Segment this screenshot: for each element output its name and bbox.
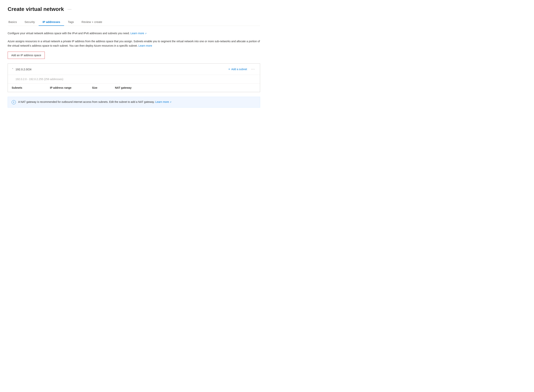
description-block-1: Configure your virtual network address s… (8, 31, 260, 35)
ip-space-header: ⌃ 192.0.2.0/24 + Add a subnet ··· (8, 64, 260, 75)
ip-range-text: 192.0.2.0 - 192.0.2.255 (256 addresses) (8, 75, 260, 84)
ip-address-cidr: 192.0.2.0/24 (15, 68, 31, 71)
add-subnet-button[interactable]: + Add a subnet (228, 67, 247, 72)
subnet-table-header: Subnets IP address range Size NAT gatewa… (8, 84, 260, 92)
tab-tags[interactable]: Tags (64, 18, 78, 26)
col-header-size: Size (92, 86, 115, 89)
info-icon: i (12, 100, 16, 104)
description-text-1: Configure your virtual network address s… (8, 32, 130, 35)
page-title: Create virtual network (8, 6, 64, 12)
ip-space-more-options-button[interactable]: ··· (250, 67, 256, 72)
add-ip-address-space-button[interactable]: Add an IP address space (8, 51, 45, 59)
tab-basics[interactable]: Basics (8, 18, 21, 26)
description-block-2: Azure assigns resources in a virtual net… (8, 39, 260, 48)
nat-info-message: A NAT gateway is recommended for outboun… (18, 100, 155, 103)
ip-space-left: ⌃ 192.0.2.0/24 (12, 68, 31, 71)
chevron-up-icon[interactable]: ⌃ (12, 68, 14, 70)
nat-info-text: A NAT gateway is recommended for outboun… (18, 100, 256, 104)
col-header-nat-gateway: NAT gateway (115, 86, 153, 89)
nat-info-box: i A NAT gateway is recommended for outbo… (8, 97, 260, 107)
add-subnet-label: Add a subnet (231, 68, 247, 71)
nat-learn-more-link[interactable]: Learn more (155, 100, 171, 103)
learn-more-link-1[interactable]: Learn more (130, 32, 146, 35)
ip-space-container: ⌃ 192.0.2.0/24 + Add a subnet ··· 192.0.… (8, 63, 260, 92)
learn-more-link-2[interactable]: Learn more (138, 44, 152, 47)
description-text-2: Azure assigns resources in a virtual net… (8, 40, 260, 47)
tab-ip-addresses[interactable]: IP addresses (39, 18, 64, 26)
ip-space-right: + Add a subnet ··· (228, 67, 256, 72)
tab-nav: Basics Security IP addresses Tags Review… (8, 18, 260, 26)
more-options-button[interactable]: ··· (66, 6, 73, 12)
col-header-ip-range: IP address range (50, 86, 92, 89)
page-header: Create virtual network ··· (8, 6, 260, 12)
plus-icon: + (228, 67, 230, 71)
tab-security[interactable]: Security (21, 18, 39, 26)
tab-review-create[interactable]: Review + create (78, 18, 106, 26)
col-header-subnets: Subnets (12, 86, 50, 89)
